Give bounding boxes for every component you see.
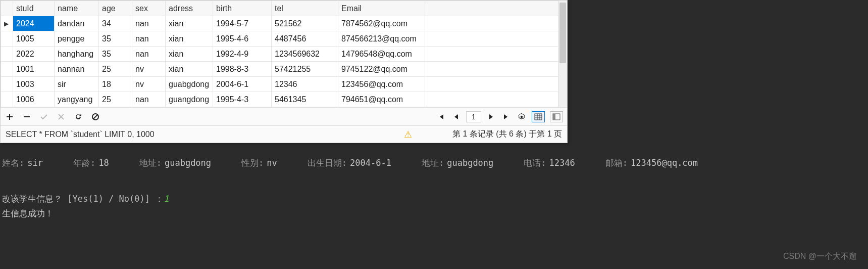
cell[interactable]: yangyang	[55, 92, 99, 107]
table-row[interactable]: 1005pengge35nanxian1995-4-64487456874566…	[1, 31, 567, 47]
cell[interactable]: 1001	[13, 62, 55, 77]
table-row[interactable]: ▶2024dandan34nanxian1994-5-7521562787456…	[1, 16, 567, 31]
sql-text: SELECT * FROM `student` LIMIT 0, 1000	[6, 130, 155, 139]
col-header[interactable]: sex	[132, 1, 166, 16]
cell[interactable]: nv	[132, 77, 166, 92]
scrollbar-thumb[interactable]	[559, 3, 566, 63]
cell[interactable]: 1998-8-3	[213, 62, 272, 77]
table-row[interactable]: 1006yangyang25nanguangdong1995-4-3546134…	[1, 92, 567, 107]
cell[interactable]: 34	[99, 16, 132, 31]
col-header[interactable]: name	[55, 1, 99, 16]
table-row[interactable]: 2022hanghang35nanxian1992-4-912345696321…	[1, 47, 567, 62]
cell[interactable]: guabgdong	[166, 77, 213, 92]
cell[interactable]: 12346	[272, 77, 338, 92]
cell[interactable]: xian	[166, 47, 213, 62]
cell-spacer	[425, 92, 567, 107]
delete-row-icon[interactable]	[22, 112, 32, 122]
vertical-scrollbar[interactable]	[558, 1, 567, 107]
cell[interactable]: nv	[132, 62, 166, 77]
first-page-icon[interactable]	[436, 112, 446, 122]
cell[interactable]: 1006	[13, 92, 55, 107]
warning-icon[interactable]: ⚠	[404, 129, 412, 140]
terminal-field: 年龄:18	[73, 157, 109, 169]
cancel-icon[interactable]	[56, 112, 66, 122]
row-marker	[1, 47, 13, 62]
apply-icon[interactable]	[39, 112, 49, 122]
cell[interactable]: nan	[132, 92, 166, 107]
cell[interactable]: nan	[132, 47, 166, 62]
cell[interactable]: 1995-4-3	[213, 92, 272, 107]
cell[interactable]: guangdong	[166, 92, 213, 107]
row-marker	[1, 31, 13, 47]
cell[interactable]: 1992-4-9	[213, 47, 272, 62]
db-result-panel: stuId name age sex adress birth tel Emai…	[0, 0, 568, 143]
status-bar: SELECT * FROM `student` LIMIT 0, 1000 ⚠ …	[1, 125, 567, 143]
cell[interactable]: nannan	[55, 62, 99, 77]
cell[interactable]: 521562	[272, 16, 338, 31]
svg-rect-0	[24, 116, 30, 117]
add-row-icon[interactable]	[5, 112, 15, 122]
cell[interactable]: 123456@qq.com	[338, 77, 425, 92]
cell[interactable]: 2022	[13, 47, 55, 62]
cell[interactable]: xian	[166, 16, 213, 31]
cell[interactable]: 1003	[13, 77, 55, 92]
cell-spacer	[425, 47, 567, 62]
cell[interactable]: 9745122@qq.com	[338, 62, 425, 77]
table-row[interactable]: 1001nannan25nvxian1998-8-357421255974512…	[1, 62, 567, 77]
cell[interactable]: 2024	[13, 16, 55, 31]
grid-toolbar	[1, 107, 567, 125]
cell[interactable]: 874566213@qq.com	[338, 31, 425, 47]
cell-spacer	[425, 62, 567, 77]
cell[interactable]: 35	[99, 31, 132, 47]
prev-page-icon[interactable]	[451, 112, 461, 122]
cell-spacer	[425, 77, 567, 92]
row-marker	[1, 77, 13, 92]
form-view-icon[interactable]	[550, 111, 563, 122]
grid-view-icon[interactable]	[532, 111, 545, 122]
cell[interactable]: pengge	[55, 31, 99, 47]
cell[interactable]: 1234569632	[272, 47, 338, 62]
page-input[interactable]	[466, 111, 481, 122]
cell[interactable]: 7874562@qq.com	[338, 16, 425, 31]
terminal-field: 地址:guabgdong	[139, 157, 211, 169]
cell[interactable]: nan	[132, 16, 166, 31]
col-spacer	[425, 1, 567, 16]
result-table[interactable]: stuId name age sex adress birth tel Emai…	[1, 1, 567, 107]
table-row[interactable]: 1003sir18nvguabgdong2004-6-112346123456@…	[1, 77, 567, 92]
col-header[interactable]: stuId	[13, 1, 55, 16]
cell[interactable]: 2004-6-1	[213, 77, 272, 92]
gear-icon[interactable]	[517, 112, 527, 122]
col-header[interactable]: age	[99, 1, 132, 16]
cell[interactable]: xian	[166, 62, 213, 77]
col-header[interactable]: adress	[166, 1, 213, 16]
col-header[interactable]: Email	[338, 1, 425, 16]
next-page-icon[interactable]	[486, 112, 496, 122]
terminal-field: 电话:12346	[524, 157, 575, 169]
cell[interactable]: 794651@qq.com	[338, 92, 425, 107]
cell[interactable]: dandan	[55, 16, 99, 31]
stop-icon[interactable]	[90, 112, 100, 122]
col-header[interactable]: tel	[272, 1, 338, 16]
cell[interactable]: 57421255	[272, 62, 338, 77]
cell[interactable]: 1994-5-7	[213, 16, 272, 31]
cell[interactable]: sir	[55, 77, 99, 92]
col-header[interactable]: birth	[213, 1, 272, 16]
cell[interactable]: 35	[99, 47, 132, 62]
cell[interactable]: 25	[99, 92, 132, 107]
last-page-icon[interactable]	[501, 112, 512, 122]
cell[interactable]: nan	[132, 31, 166, 47]
cell-spacer	[425, 31, 567, 47]
cell[interactable]: 4487456	[272, 31, 338, 47]
cell[interactable]: 5461345	[272, 92, 338, 107]
cell[interactable]: 25	[99, 62, 132, 77]
cell[interactable]: xian	[166, 31, 213, 47]
watermark: CSDN @一个大不遛	[783, 251, 857, 262]
cell[interactable]: hanghang	[55, 47, 99, 62]
cell[interactable]: 1005	[13, 31, 55, 47]
terminal-field: 出生日期:2004-6-1	[308, 157, 391, 169]
cell[interactable]: 1995-4-6	[213, 31, 272, 47]
refresh-icon[interactable]	[73, 112, 83, 122]
cell[interactable]: 14796548@qq.com	[338, 47, 425, 62]
cell[interactable]: 18	[99, 77, 132, 92]
svg-point-3	[521, 115, 523, 117]
